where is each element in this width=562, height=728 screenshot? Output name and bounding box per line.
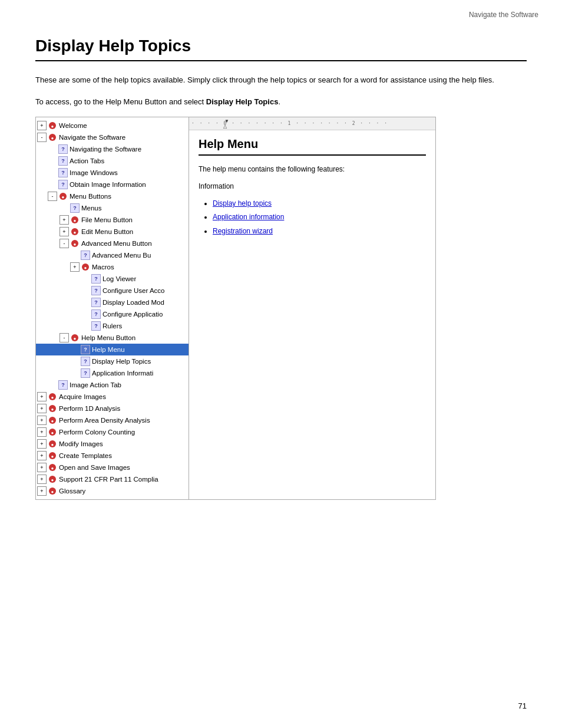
svg-text:●: ● — [74, 229, 77, 235]
expander-action-tabs — [48, 156, 57, 166]
expander-log-viewer — [81, 274, 90, 284]
question-icon-help-menu: ? — [81, 345, 90, 354]
expander-navigate[interactable]: - — [37, 133, 47, 142]
display-help-topics-link[interactable]: Display help topics — [213, 199, 272, 207]
tree-item-perform-colony[interactable]: + ● Perform Colony Counting — [36, 426, 189, 438]
tree-item-app-informati[interactable]: ? Application Informati — [36, 367, 189, 379]
intro-paragraph: These are some of the help topics availa… — [35, 74, 527, 87]
tree-label-edit-menu: Edit Menu Button — [81, 226, 133, 237]
book-icon-open-save: ● — [48, 463, 57, 472]
expander-perform-1d[interactable]: + — [37, 404, 47, 413]
expander-welcome[interactable]: + — [37, 121, 47, 130]
expander-edit-menu[interactable]: + — [59, 227, 69, 236]
expander-navigating — [48, 144, 57, 154]
svg-text:●: ● — [84, 265, 87, 270]
tree-label-advanced-menu-bu: Advanced Menu Bu — [92, 250, 151, 261]
help-section-label: Information — [199, 181, 426, 192]
tree-item-edit-menu[interactable]: + ● Edit Menu Button — [36, 226, 189, 238]
tree-item-log-viewer[interactable]: ? Log Viewer — [36, 273, 189, 285]
expander-open-save[interactable]: + — [37, 463, 47, 472]
tree-label-file-menu: File Menu Button — [81, 215, 133, 225]
expander-menu-buttons[interactable]: - — [48, 192, 57, 201]
expander-advanced-menu[interactable]: - — [59, 239, 69, 248]
tree-item-navigate[interactable]: - ● Navigate the Software — [36, 131, 189, 143]
page-title: Display Help Topics — [35, 37, 527, 61]
question-icon-configure-app: ? — [91, 309, 101, 319]
help-description: The help menu contains the following fea… — [199, 164, 426, 175]
svg-text:●: ● — [51, 135, 54, 140]
tree-item-acquire-images[interactable]: + ● Acquire Images — [36, 391, 189, 403]
tree-item-display-help-topics[interactable]: ? Display Help Topics — [36, 355, 189, 367]
svg-text:●: ● — [74, 218, 77, 223]
tree-item-open-save[interactable]: + ● Open and Save Images — [36, 462, 189, 473]
tree-item-menus[interactable]: ? Menus — [36, 202, 189, 214]
svg-text:●: ● — [51, 394, 54, 400]
book-icon-acquire-images: ● — [48, 392, 57, 401]
expander-create-templates[interactable]: + — [37, 451, 47, 460]
tree-label-help-menu-button: Help Menu Button — [81, 332, 135, 343]
tree-label-perform-1d: Perform 1D Analysis — [59, 403, 120, 414]
tree-label-help-menu: Help Menu — [92, 344, 125, 355]
tree-item-file-menu[interactable]: + ● File Menu Button — [36, 214, 189, 226]
tree-label-rulers: Rulers — [103, 321, 122, 331]
tree-item-perform-area[interactable]: + ● Perform Area Density Analysis — [36, 414, 189, 426]
tree-label-log-viewer: Log Viewer — [103, 274, 136, 284]
expander-help-menu-button[interactable]: - — [59, 333, 69, 342]
tree-item-perform-1d[interactable]: + ● Perform 1D Analysis — [36, 403, 189, 414]
tree-item-navigating[interactable]: ? Navigating the Software — [36, 143, 189, 155]
tree-label-menus: Menus — [81, 203, 102, 213]
tree-item-configure-user[interactable]: ? Configure User Acco — [36, 285, 189, 297]
tree-label-support-21cfr: Support 21 CFR Part 11 Complia — [59, 474, 158, 485]
question-icon-obtain-image: ? — [58, 180, 68, 189]
tree-label-menu-buttons: Menu Buttons — [70, 191, 111, 202]
tree-item-help-menu-button[interactable]: - ● Help Menu Button — [36, 332, 189, 344]
access-paragraph: To access, go to the Help Menu Button an… — [35, 97, 527, 106]
tree-item-menu-buttons[interactable]: - ● Menu Buttons — [36, 190, 189, 202]
tree-label-macros: Macros — [92, 262, 114, 272]
reg-wizard-link[interactable]: Registration wizard — [213, 227, 273, 235]
expander-perform-colony[interactable]: + — [37, 427, 47, 437]
expander-file-menu[interactable]: + — [59, 215, 69, 225]
tree-item-welcome[interactable]: + ● Welcome — [36, 120, 189, 131]
tree-item-advanced-menu-bu[interactable]: ? Advanced Menu Bu — [36, 249, 189, 261]
tree-item-help-menu[interactable]: ? Help Menu — [36, 344, 189, 355]
expander-obtain-image — [48, 180, 57, 189]
tree-item-image-action-tab[interactable]: ? Image Action Tab — [36, 379, 189, 391]
tree-label-obtain-image: Obtain Image Information — [70, 179, 146, 190]
expander-configure-user — [81, 286, 90, 295]
help-panel: · · · · 0 · · · · · · · 1 · · · · · · · … — [189, 117, 435, 499]
tree-item-glossary[interactable]: + ● Glossary — [36, 485, 189, 497]
expander-help-menu — [70, 345, 80, 354]
expander-glossary[interactable]: + — [37, 486, 47, 496]
ruler-bar: · · · · 0 · · · · · · · 1 · · · · · · · … — [189, 117, 435, 130]
tree-label-action-tabs: Action Tabs — [70, 156, 104, 166]
question-icon-action-tabs: ? — [58, 156, 68, 166]
tree-item-obtain-image[interactable]: ? Obtain Image Information — [36, 179, 189, 190]
app-info-link[interactable]: Application information — [213, 213, 284, 221]
tree-label-glossary: Glossary — [59, 486, 85, 496]
tree-item-macros[interactable]: + ● Macros — [36, 261, 189, 273]
expander-macros[interactable]: + — [70, 262, 80, 272]
tree-item-support-21cfr[interactable]: + ● Support 21 CFR Part 11 Complia — [36, 473, 189, 485]
tree-item-display-loaded[interactable]: ? Display Loaded Mod — [36, 297, 189, 308]
book-icon-create-templates: ● — [48, 451, 57, 460]
tree-item-image-windows[interactable]: ? Image Windows — [36, 167, 189, 179]
tree-item-rulers[interactable]: ? Rulers — [36, 320, 189, 332]
tree-label-perform-colony: Perform Colony Counting — [59, 427, 135, 437]
book-icon-welcome: ● — [48, 121, 57, 130]
book-icon-menu-buttons: ● — [58, 192, 68, 201]
tree-item-action-tabs[interactable]: ? Action Tabs — [36, 155, 189, 167]
expander-display-help-topics — [70, 357, 80, 366]
tree-item-configure-app[interactable]: ? Configure Applicatio — [36, 308, 189, 320]
svg-text:●: ● — [51, 453, 54, 459]
expander-support-21cfr[interactable]: + — [37, 475, 47, 484]
question-icon-display-loaded: ? — [91, 298, 101, 307]
tree-item-modify-images[interactable]: + ● Modify Images — [36, 438, 189, 450]
book-icon-modify-images: ● — [48, 439, 57, 449]
tree-item-create-templates[interactable]: + ● Create Templates — [36, 450, 189, 462]
expander-perform-area[interactable]: + — [37, 416, 47, 425]
screenshot-container: + ● Welcome - ● Navigate the Software ? … — [35, 117, 436, 500]
expander-modify-images[interactable]: + — [37, 439, 47, 449]
tree-item-advanced-menu[interactable]: - ● Advanced Menu Button — [36, 238, 189, 249]
expander-acquire-images[interactable]: + — [37, 392, 47, 401]
